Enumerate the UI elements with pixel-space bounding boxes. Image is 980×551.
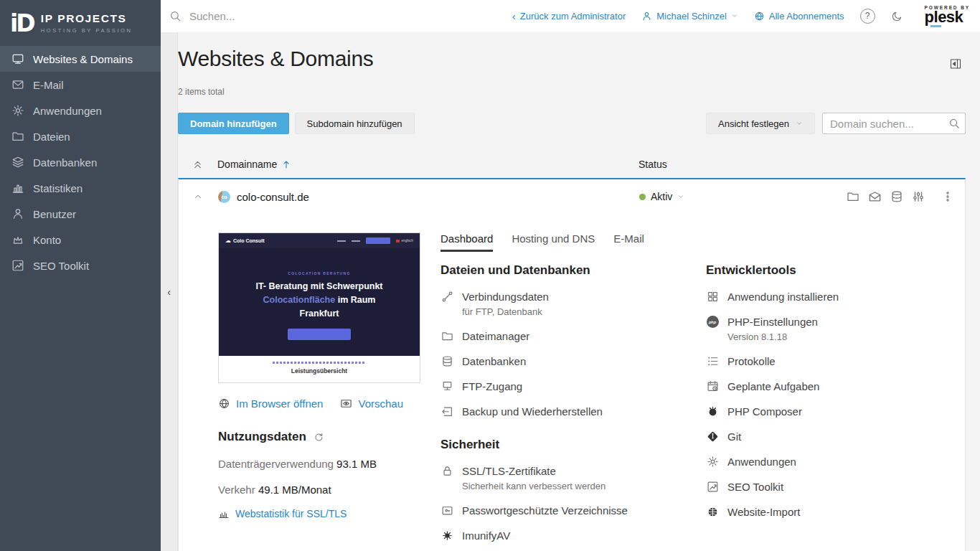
item-subtext: für FTP, Datenbank: [462, 306, 706, 317]
global-search-input[interactable]: [189, 10, 419, 22]
seo-chart-icon: [706, 481, 719, 493]
imunifyav-link[interactable]: ImunifyAV: [440, 529, 706, 542]
add-subdomain-button[interactable]: Subdomain hinzufügen: [295, 113, 415, 134]
more-actions-icon[interactable]: [942, 191, 953, 202]
column-status: Status: [639, 159, 667, 170]
list-item: PHP Composer: [706, 405, 965, 418]
ssl-certificates-link[interactable]: SSL/TLS-Zertifikate: [440, 465, 706, 477]
ftp-access-link[interactable]: FTP-Zugang: [440, 380, 706, 392]
tab-hosting-dns[interactable]: Hosting und DNS: [512, 232, 595, 252]
php-settings-link[interactable]: php PHP-Einstellungen: [706, 316, 965, 328]
global-search: [169, 10, 512, 22]
applications-link[interactable]: Anwendungen: [706, 456, 965, 468]
sidebar-item-datenbanken[interactable]: Datenbanken: [0, 149, 161, 175]
preview-nav-item: [352, 240, 360, 242]
sidebar-item-websites-domains[interactable]: Websites & Domains: [0, 46, 161, 72]
file-manager-link[interactable]: Dateimanager: [440, 330, 706, 342]
logs-link[interactable]: Protokolle: [706, 355, 965, 367]
all-subscriptions-link[interactable]: Alle Abonnements: [754, 11, 844, 22]
connection-info-link[interactable]: Verbindungsdaten: [440, 291, 706, 303]
sidebar-item-label: E-Mail: [33, 79, 64, 91]
topbar-links: ‹ Zurück zum Administrator Michael Schin…: [512, 5, 970, 28]
git-link[interactable]: Git: [706, 430, 965, 443]
monitor-icon: [11, 52, 24, 65]
add-domain-button[interactable]: Domain hinzufügen: [178, 113, 289, 134]
sidebar-item-label: Dateien: [33, 131, 70, 143]
items-total: 2 items total: [178, 87, 966, 97]
imunify-icon: [440, 529, 453, 542]
sidebar-item-label: Konto: [33, 234, 61, 246]
domain-search-input[interactable]: [822, 113, 966, 134]
website-preview-thumbnail[interactable]: ☁ Colo Consult englisch: [218, 232, 420, 383]
user-menu[interactable]: Michael Schinzel: [641, 11, 738, 22]
traffic-label: Verkehr: [218, 484, 255, 496]
grid-icon: [706, 291, 719, 303]
webstats-link[interactable]: Webstatistik für SSL/TLS: [218, 508, 420, 519]
pane-files-security: Dateien und Datenbanken Verbindungsdaten…: [440, 263, 706, 542]
search-icon[interactable]: [948, 118, 960, 131]
item-label: Website-Import: [727, 506, 800, 518]
scheduled-tasks-link[interactable]: Geplante Aufgaben: [706, 380, 965, 392]
tab-dashboard[interactable]: Dashboard: [440, 232, 493, 252]
globe-icon: [754, 11, 765, 22]
column-domainname-label: Domainname: [217, 159, 277, 170]
flag-icon: [396, 240, 400, 242]
row-quick-actions: [847, 190, 953, 204]
sidebar-item-konto[interactable]: Konto: [0, 227, 161, 253]
sidebar-item-anwendungen[interactable]: Anwendungen: [0, 98, 161, 123]
dark-mode-icon[interactable]: [891, 10, 903, 22]
pane-devtools: Entwicklertools Anwendung installieren: [706, 263, 965, 542]
files-icon[interactable]: [847, 190, 859, 203]
domain-name[interactable]: colo-consult.de: [237, 191, 309, 203]
open-in-browser-link[interactable]: Im Browser öffnen: [218, 397, 323, 410]
brand-logo[interactable]: iD IP PROJECTS HOSTING BY PASSION: [0, 0, 161, 46]
backup-restore-link[interactable]: Backup und Wiederherstellen: [440, 405, 706, 418]
list-item: Datenbanken: [440, 355, 706, 367]
help-icon[interactable]: ?: [860, 9, 875, 24]
sidebar-item-statistiken[interactable]: Statistiken: [0, 175, 161, 201]
seo-toolkit-link[interactable]: SEO Toolkit: [706, 481, 965, 493]
website-import-link[interactable]: Website-Import: [706, 506, 965, 518]
mail-icon[interactable]: [868, 190, 882, 204]
preview-footer-title: Leistungsübersicht: [219, 367, 420, 375]
back-to-admin-label: Zurück zum Administrator: [520, 11, 626, 22]
list-header: Domainname Status: [178, 153, 966, 176]
item-label: ImunifyAV: [462, 529, 510, 542]
user-icon: [641, 11, 652, 22]
item-label: Passwortgeschützte Verzeichnisse: [462, 504, 628, 517]
item-label: SSL/TLS-Zertifikate: [462, 465, 556, 477]
preview-link[interactable]: Vorschau: [340, 397, 403, 410]
item-subtext: Sicherheit kann verbessert werden: [462, 481, 706, 491]
user-name: Michael Schinzel: [656, 11, 727, 22]
refresh-icon[interactable]: [314, 432, 324, 443]
column-domainname[interactable]: Domainname: [217, 159, 291, 170]
install-app-link[interactable]: Anwendung installieren: [706, 291, 965, 303]
collapse-all-icon[interactable]: [192, 159, 203, 170]
set-view-button[interactable]: Ansicht festlegen: [706, 113, 815, 134]
database-icon[interactable]: [890, 190, 903, 203]
sidebar-item-email[interactable]: E-Mail: [0, 72, 161, 98]
back-to-admin-link[interactable]: ‹ Zurück zum Administrator: [512, 11, 626, 22]
calendar-clock-icon: [706, 380, 719, 392]
hide-panel-icon[interactable]: [950, 58, 961, 72]
bar-chart-icon: [11, 182, 24, 194]
databases-link[interactable]: Datenbanken: [440, 355, 706, 367]
sidebar-collapse-rail[interactable]: ‹: [161, 32, 178, 551]
collapse-sidebar-icon[interactable]: ‹: [167, 287, 171, 297]
domain-card: co colo-consult.de Aktiv: [178, 178, 966, 551]
collapse-row-icon[interactable]: [193, 192, 203, 202]
protected-directories-link[interactable]: Passwortgeschützte Verzeichnisse: [440, 504, 706, 517]
sidebar-item-benutzer[interactable]: Benutzer: [0, 201, 161, 227]
php-composer-link[interactable]: PHP Composer: [706, 405, 965, 418]
status-badge[interactable]: Aktiv: [639, 191, 684, 202]
page-content: Websites & Domains 2 items total Domain …: [178, 32, 980, 551]
section-title-security: Sicherheit: [440, 438, 706, 452]
preview-heading-line3: Frankfurt: [300, 309, 339, 319]
tab-email[interactable]: E-Mail: [613, 232, 644, 252]
sidebar-item-dateien[interactable]: Dateien: [0, 123, 161, 149]
preview-eyebrow: COLOCATION BERATUNG: [219, 271, 420, 276]
sidebar-item-seo-toolkit[interactable]: SEO Toolkit: [0, 253, 161, 278]
seo-chart-icon: [11, 259, 24, 272]
domain-search: [822, 113, 966, 134]
settings-sliders-icon[interactable]: [912, 190, 925, 203]
